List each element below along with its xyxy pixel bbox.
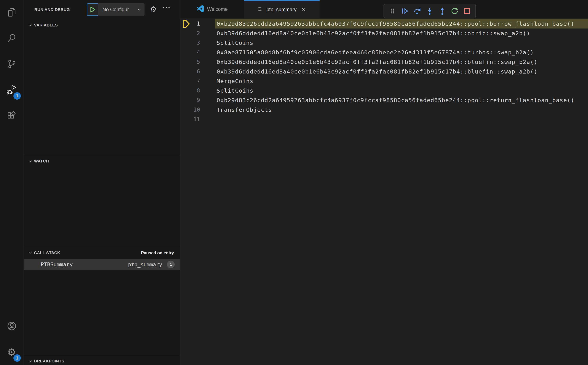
sidebar-item-manage[interactable]: ⚙ 1 (0, 339, 23, 365)
code-text: 0xb39d6dddedd16ed8a40ce0b1e6b43c92acf0ff… (215, 67, 588, 76)
line-number[interactable]: 9 (180, 95, 200, 105)
breakpoints-section: BREAKPOINTS (24, 355, 180, 365)
chevron-down-icon (28, 251, 32, 255)
close-tab-icon[interactable] (301, 7, 306, 13)
code-text: 0xb39d6dddedd16ed8a40ce0b1e6b43c92acf0ff… (215, 28, 588, 38)
sidebar-title-bar: RUN AND DEBUG No Configur ⚙ ··· (24, 0, 180, 19)
account-icon (7, 321, 17, 332)
debug-configuration-label: No Configur (102, 7, 137, 13)
code-line-8[interactable]: 8 SplitCoins (180, 86, 588, 95)
sidebar-item-source-control[interactable] (0, 51, 23, 77)
code-text: 0xb29d83c26cdd2a64959263abbcfc4a6937f0c9… (215, 19, 588, 28)
tab-ptb-summary-label: ptb_summary (266, 7, 297, 13)
line-number[interactable]: 2 (180, 28, 200, 38)
code-text: SplitCoins (215, 38, 588, 48)
editor-area: Welcome ptb_summary (180, 0, 588, 365)
code-line-3[interactable]: 3 SplitCoins (180, 38, 588, 48)
files-icon (7, 7, 17, 18)
debug-launch-control: No Configur (87, 3, 144, 16)
tab-welcome-label: Welcome (207, 7, 228, 12)
stack-frame-name: PTBSummary (41, 261, 73, 267)
call-stack-section-header[interactable]: CALL STACK Paused on entry (24, 247, 180, 259)
step-out-button[interactable] (437, 6, 447, 16)
line-number[interactable]: 5 (180, 57, 200, 67)
debug-configuration-dropdown[interactable]: No Configur (98, 3, 144, 16)
code-text: 0xb29d83c26cdd2a64959263abbcfc4a6937f0c9… (215, 95, 588, 105)
line-number[interactable]: 8 (180, 86, 200, 95)
breakpoints-section-header[interactable]: BREAKPOINTS (24, 355, 180, 365)
search-icon (7, 33, 17, 44)
line-number[interactable]: 3 (180, 38, 200, 48)
code-line-4[interactable]: 4 0x8ae871505a80d8bf6bf9c05906cda6edfeea… (180, 48, 588, 57)
start-debugging-button[interactable] (87, 3, 99, 16)
stack-frame-file: ptb_summary (128, 261, 162, 267)
chevron-down-icon (137, 7, 142, 12)
code-text (215, 114, 588, 124)
sidebar-item-run-and-debug[interactable]: 1 (0, 77, 23, 103)
run-and-debug-sidebar: RUN AND DEBUG No Configur ⚙ ··· (24, 0, 180, 365)
debug-current-line-arrow-icon (182, 20, 190, 29)
code-text: 0x8ae871505a80d8bf6bf9c05906cda6edfeea46… (215, 48, 588, 57)
git-branch-icon (7, 59, 17, 70)
line-number[interactable]: 7 (180, 76, 200, 86)
call-stack-section-label: CALL STACK (34, 251, 60, 255)
debug-status-text: Paused on entry (141, 251, 174, 255)
code-text: TransferObjects (215, 105, 588, 114)
tab-ptb-summary[interactable]: ptb_summary (244, 0, 319, 18)
tab-welcome[interactable]: Welcome (180, 0, 244, 18)
code-editor[interactable]: 1 0xb29d83c26cdd2a64959263abbcfc4a6937f0… (180, 18, 588, 124)
vscode-window: 1 (0, 0, 588, 365)
breakpoints-section-label: BREAKPOINTS (34, 359, 64, 364)
sidebar-item-accounts[interactable] (0, 314, 23, 339)
code-line-7[interactable]: 7 MergeCoins (180, 76, 588, 86)
extensions-icon (7, 110, 17, 121)
code-line-11[interactable]: 11 (180, 114, 588, 124)
vscode-logo-icon (197, 5, 204, 14)
step-over-button[interactable] (412, 6, 422, 16)
sidebar-item-extensions[interactable] (0, 103, 23, 129)
debug-toolbar (383, 4, 476, 18)
stop-button[interactable] (462, 6, 472, 16)
code-text: 0xb39d6dddedd16ed8a40ce0b1e6b43c92acf0ff… (215, 57, 588, 67)
code-line-9[interactable]: 9 0xb29d83c26cdd2a64959263abbcfc4a6937f0… (180, 95, 588, 105)
restart-button[interactable] (450, 6, 459, 16)
code-line-5[interactable]: 5 0xb39d6dddedd16ed8a40ce0b1e6b43c92acf0… (180, 57, 588, 67)
sidebar-item-explorer[interactable] (0, 0, 23, 26)
chevron-down-icon (28, 23, 32, 27)
file-list-icon (257, 6, 263, 14)
activity-bar-bottom: ⚙ 1 (0, 314, 23, 365)
step-into-button[interactable] (425, 6, 434, 16)
more-actions-icon[interactable]: ··· (163, 4, 171, 11)
continue-button[interactable] (400, 6, 410, 16)
chevron-down-icon (28, 359, 32, 363)
variables-section-header[interactable]: VARIABLES (24, 19, 180, 31)
line-number[interactable]: 11 (180, 114, 200, 124)
stack-frame-badge: 1 (167, 261, 175, 268)
code-text: SplitCoins (215, 86, 588, 95)
line-number[interactable]: 10 (180, 105, 200, 114)
debug-gear-icon[interactable]: ⚙ (150, 6, 157, 13)
line-number[interactable]: 6 (180, 67, 200, 76)
chevron-down-icon (28, 159, 32, 163)
code-line-10[interactable]: 10 TransferObjects (180, 105, 588, 114)
code-line-1[interactable]: 1 0xb29d83c26cdd2a64959263abbcfc4a6937f0… (180, 19, 588, 28)
watch-section: WATCH (24, 155, 180, 247)
code-line-2[interactable]: 2 0xb39d6dddedd16ed8a40ce0b1e6b43c92acf0… (180, 28, 588, 38)
activity-bar: 1 (0, 0, 24, 365)
code-line-6[interactable]: 6 0xb39d6dddedd16ed8a40ce0b1e6b43c92acf0… (180, 67, 588, 76)
watch-section-header[interactable]: WATCH (24, 155, 180, 167)
variables-section-label: VARIABLES (34, 23, 58, 28)
variables-section: VARIABLES (24, 19, 180, 155)
play-icon (89, 6, 96, 13)
activity-bar-top: 1 (0, 0, 23, 129)
sidebar-title: RUN AND DEBUG (34, 7, 70, 12)
toolbar-drag-handle[interactable] (388, 6, 397, 16)
line-number[interactable]: 4 (180, 48, 200, 57)
sidebar-item-search[interactable] (0, 26, 23, 51)
code-text: MergeCoins (215, 76, 588, 86)
call-stack-frame-row[interactable]: PTBSummary ptb_summary 1 (24, 259, 180, 270)
call-stack-section: CALL STACK Paused on entry PTBSummary pt… (24, 247, 180, 355)
debug-count-badge: 1 (14, 92, 21, 100)
watch-section-label: WATCH (34, 159, 49, 164)
manage-badge: 1 (14, 354, 21, 362)
